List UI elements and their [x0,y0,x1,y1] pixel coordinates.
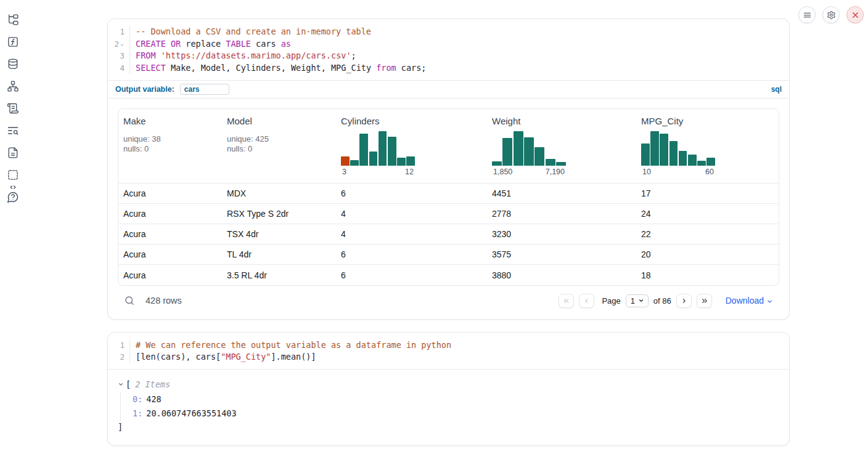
table-footer: 428 rows Page 1 of 86 [118,286,779,309]
stat-line: unique: 38 [123,134,217,144]
table-row[interactable]: AcuraTL 4dr6357520 [118,245,779,265]
table-cell: 4 [336,204,487,224]
prev-page-button[interactable] [579,294,594,308]
first-page-button[interactable] [559,294,574,308]
gear-icon [827,10,836,20]
datasources-icon[interactable] [7,58,19,70]
data-table: Makeunique: 38nulls: 0Modelunique: 425nu… [118,108,779,286]
table-cell: 2778 [487,204,636,224]
page-label: Page [602,296,620,305]
next-page-button[interactable] [676,294,692,308]
table-cell: 24 [636,204,779,224]
stat-line: nulls: 0 [123,144,217,154]
table-cell: 3575 [487,245,636,265]
tree-entry: 0:428 [133,392,779,407]
line-number: 1 [108,26,125,38]
histogram-bar [502,138,512,166]
code-token: Make, Model, Cylinders, Weight, MPG_City [166,63,376,73]
functions-icon[interactable] [7,36,19,48]
code-token: as [281,39,291,49]
tree-value: 428 [146,394,161,404]
stat-line: unique: 425 [227,134,331,144]
tree-index: 0: [133,394,142,404]
column-label: Weight [492,116,631,126]
histogram-bar [379,131,387,166]
table-cell: MDX [222,184,336,204]
histogram-bar [697,161,706,166]
chevron-right-icon [680,297,688,305]
table-cell: 4451 [487,184,636,204]
sql-cell-output: Makeunique: 38nulls: 0Modelunique: 425nu… [108,98,789,319]
histogram-bar [556,162,566,166]
code-token: [len(cars), cars[ [136,352,221,362]
histogram-bar [350,160,359,165]
code-token [156,51,161,60]
sql-code-editor[interactable]: 1234 -- Download a CSV and create an in-… [108,19,789,80]
table-cell: TSX 4dr [222,224,336,245]
page-select[interactable]: 1 [626,294,649,307]
table-cell: 6 [336,184,487,204]
table-cell: Acura [118,204,222,224]
table-row[interactable]: Acura3.5 RL 4dr6388018 [118,265,779,285]
table-row[interactable]: AcuraTSX 4dr4323022 [118,224,779,245]
histogram-bar [641,144,650,165]
menu-button[interactable] [798,6,816,23]
column-stats: unique: 38nulls: 0 [123,134,217,154]
code-line: SELECT Make, Model, Cylinders, Weight, M… [136,62,789,75]
line-number: 2 [108,351,125,363]
axis-tick-min: 1,850 [493,168,512,176]
code-line: # We can reference the output variable a… [136,339,789,352]
notebook: 1234 -- Download a CSV and create an in-… [107,18,790,446]
table-cell: 6 [336,245,487,265]
histogram-bars [341,131,415,166]
column-label: Cylinders [341,116,482,126]
column-header-weight[interactable]: Weight1,8507,190 [487,109,636,184]
table-row[interactable]: AcuraMDX6445117 [118,184,779,204]
output-variable-input[interactable] [180,84,229,95]
sql-code[interactable]: -- Download a CSV and create an in-memor… [130,26,789,75]
search-icon[interactable] [124,295,135,306]
dependency-graph-icon[interactable] [7,80,19,92]
python-code-editor[interactable]: 12 # We can reference the output variabl… [108,333,789,369]
collapse-caret-icon[interactable] [118,381,124,387]
fold-chevron-icon[interactable] [120,42,125,47]
logs-icon[interactable] [7,124,19,137]
table-row[interactable]: AcuraRSX Type S 2dr4277824 [118,204,779,224]
histogram-bar [388,137,396,165]
column-header-cylinders[interactable]: Cylinders312 [336,109,487,184]
table-cell: Acura [118,245,222,265]
chevron-left-icon [583,297,591,305]
download-menu[interactable]: Download [726,296,773,305]
column-header-mpg_city[interactable]: MPG_City1060 [636,109,779,184]
gear-button[interactable] [822,6,840,23]
open-bracket: [ [126,379,131,389]
page-select-value: 1 [631,296,635,305]
last-page-button[interactable] [697,294,712,308]
row-count: 428 rows [145,296,182,305]
column-histogram: 1060 [641,131,715,177]
table-cell: Acura [118,224,222,245]
table-cell: 3230 [487,224,636,245]
tree-entries: 0:4281:20.060747663551403 [120,392,779,421]
help-icon[interactable] [7,191,19,203]
file-tree-icon[interactable] [7,14,19,26]
python-code[interactable]: # We can reference the output variable a… [130,339,789,363]
tree-value: 20.060747663551403 [146,408,236,418]
shutdown-button[interactable] [846,6,864,23]
code-token: TABLE [226,39,251,49]
column-header-make[interactable]: Makeunique: 38nulls: 0 [118,109,222,184]
histogram-axis: 1060 [641,168,715,177]
column-label: Make [123,116,217,126]
python-cell-output: [ 2 Items 0:4281:20.060747663551403 ] [108,369,789,445]
tree-index: 1: [133,408,142,418]
column-histogram: 312 [341,131,415,177]
column-header-model[interactable]: Modelunique: 425nulls: 0 [222,109,336,184]
chevron-down-icon [638,297,644,304]
close-bracket: ] [118,421,779,433]
snippets-icon[interactable] [7,169,19,181]
line-number: 2 [108,38,125,51]
axis-tick-min: 3 [342,168,346,176]
scratchpad-icon[interactable] [7,102,19,115]
chevrons-left-icon [562,297,570,305]
documentation-icon[interactable] [7,147,19,159]
